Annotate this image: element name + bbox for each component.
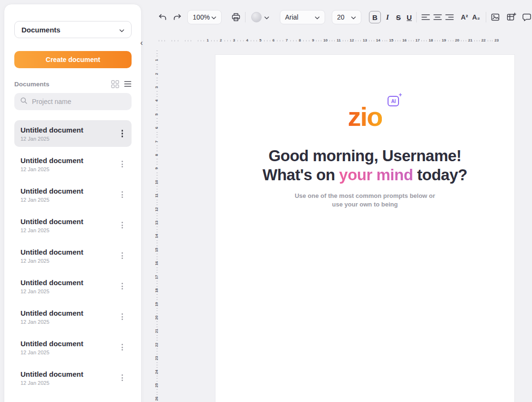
font-family-dropdown[interactable]: Arial	[280, 10, 325, 24]
subtext-line2: use your own to being	[215, 200, 514, 209]
italic-button[interactable]: I	[383, 11, 393, 23]
kebab-menu-icon[interactable]	[120, 128, 125, 139]
document-list-item[interactable]: Untitled document 12 Jan 2025	[14, 303, 132, 330]
undo-button[interactable]	[157, 12, 168, 22]
ruler-v-unit: 12	[153, 198, 160, 212]
ruler-h-unit: 8	[289, 37, 302, 44]
ruler-v-unit: 14	[153, 226, 160, 239]
zoom-value: 100%	[193, 13, 210, 21]
document-title: Untitled document	[20, 248, 83, 256]
kebab-menu-icon[interactable]	[120, 342, 125, 352]
document-meta: Untitled document 12 Jan 2025	[20, 309, 83, 325]
ruler-h-unit: 22	[473, 37, 487, 44]
vertical-ruler[interactable]: 1234567891011121314151617181920212223242…	[153, 50, 160, 402]
editor-main: 100% Arial 20 B I S U	[151, 0, 532, 402]
kebab-menu-icon[interactable]	[120, 311, 125, 322]
document-list-item[interactable]: Untitled document 12 Jan 2025	[14, 212, 132, 238]
align-left-button[interactable]	[420, 14, 431, 21]
sidebar: Documents Create document Documents Unti…	[4, 4, 142, 402]
ruler-h-unit	[184, 37, 197, 44]
document-date: 12 Jan 2025	[20, 380, 83, 386]
ruler-v-unit: 16	[153, 253, 160, 266]
ruler-h-unit: 6	[263, 37, 276, 44]
kebab-menu-icon[interactable]	[120, 372, 125, 383]
document-meta: Untitled document 12 Jan 2025	[20, 340, 83, 355]
ruler-v-unit: 9	[153, 158, 160, 171]
align-right-button[interactable]	[444, 14, 455, 21]
sidebar-collapse-button[interactable]: ‹	[138, 38, 145, 48]
document-list-item[interactable]: Untitled document 12 Jan 2025	[14, 242, 132, 269]
ruler-v-unit: 23	[153, 348, 160, 361]
grid-view-icon[interactable]	[111, 80, 119, 88]
zio-logo-text: zio	[348, 102, 382, 132]
ruler-h-unit: 3	[223, 37, 236, 44]
create-document-button[interactable]: Create document	[14, 51, 132, 68]
toolbar: 100% Arial 20 B I S U	[157, 7, 532, 27]
strikethrough-button[interactable]: S	[393, 11, 403, 23]
ruler-h-unit: 2	[210, 37, 224, 44]
document-list-item[interactable]: Untitled document 12 Jan 2025	[14, 181, 132, 208]
document-meta: Untitled document 12 Jan 2025	[20, 248, 83, 264]
ruler-v-unit: 22	[153, 334, 160, 348]
horizontal-ruler[interactable]: 1234567891011121314151617181920212223	[157, 37, 520, 44]
text-color-dropdown[interactable]	[251, 12, 269, 22]
ruler-v-unit: 10	[153, 172, 160, 185]
ruler-h-unit: 5	[249, 37, 263, 44]
ruler-v-unit: 17	[153, 267, 160, 280]
print-button[interactable]	[230, 12, 241, 22]
ruler-v-unit: 7	[153, 131, 160, 144]
kebab-menu-icon[interactable]	[120, 281, 125, 291]
ruler-h-unit: 20	[447, 37, 460, 44]
documents-section-label: Documents	[14, 81, 50, 88]
list-view-icon[interactable]	[124, 80, 132, 88]
font-size-dropdown[interactable]: 20	[332, 10, 361, 24]
document-date: 12 Jan 2025	[20, 136, 83, 142]
ai-badge-icon: AI	[388, 96, 399, 106]
document-page[interactable]: zio AI + Good morning, Username! What's …	[215, 54, 515, 402]
ruler-v-unit: 4	[153, 90, 160, 103]
align-center-button[interactable]	[432, 14, 443, 21]
sparkle-plus-icon: +	[399, 92, 402, 98]
document-list-item[interactable]: Untitled document 12 Jan 2025	[14, 120, 132, 147]
ruler-v-unit: 13	[153, 212, 160, 226]
redo-button[interactable]	[172, 12, 183, 22]
ruler-h-unit: 15	[381, 37, 395, 44]
kebab-menu-icon[interactable]	[120, 220, 125, 230]
kebab-menu-icon[interactable]	[120, 159, 125, 169]
zoom-dropdown[interactable]: 100%	[187, 10, 222, 24]
comment-icon[interactable]	[521, 12, 532, 22]
ruler-v-unit: 25	[153, 375, 160, 388]
document-list-item[interactable]: Untitled document 12 Jan 2025	[14, 334, 132, 361]
search-box[interactable]	[14, 93, 132, 110]
document-meta: Untitled document 12 Jan 2025	[20, 217, 83, 233]
chevron-down-icon	[211, 13, 216, 21]
underline-button[interactable]: U	[404, 11, 414, 23]
ruler-h-unit: 14	[368, 37, 381, 44]
document-title: Untitled document	[20, 340, 83, 348]
document-list-item[interactable]: Untitled document 12 Jan 2025	[14, 273, 132, 299]
greeting-line2-post: today?	[413, 166, 467, 184]
bold-button[interactable]: B	[369, 11, 381, 23]
color-swatch-icon	[251, 12, 262, 22]
document-list-item[interactable]: Untitled document 12 Jan 2025	[14, 151, 132, 177]
subtext-line1: Use one of the most common prompts below…	[215, 192, 514, 200]
document-meta: Untitled document 12 Jan 2025	[20, 187, 83, 203]
ruler-v-unit: 26	[153, 388, 160, 402]
insert-table-icon[interactable]	[506, 12, 517, 22]
insert-image-icon[interactable]	[490, 12, 501, 22]
document-list-item[interactable]: Untitled document 12 Jan 2025	[14, 364, 132, 391]
kebab-menu-icon[interactable]	[120, 189, 125, 200]
subscript-button[interactable]: A₂	[470, 11, 482, 23]
ruler-v-unit: 21	[153, 320, 160, 334]
greeting-heading: Good morning, Username! What's on your m…	[215, 146, 514, 185]
font-size-value: 20	[337, 13, 345, 21]
chevron-down-icon	[315, 13, 320, 21]
search-input[interactable]	[32, 98, 126, 105]
document-date: 12 Jan 2025	[20, 227, 83, 233]
documents-dropdown[interactable]: Documents	[14, 21, 132, 38]
ruler-h-unit: 4	[236, 37, 250, 44]
search-icon	[20, 97, 28, 106]
superscript-button[interactable]: A²	[459, 11, 471, 23]
kebab-menu-icon[interactable]	[120, 250, 125, 261]
toolbar-divider	[416, 12, 417, 22]
